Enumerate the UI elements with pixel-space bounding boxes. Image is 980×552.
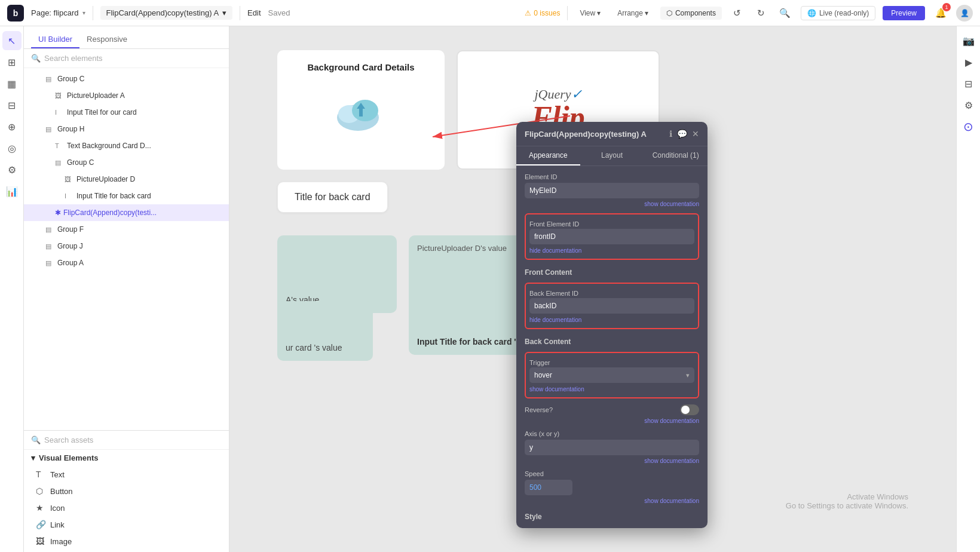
tab-conditional[interactable]: Conditional (1) xyxy=(644,146,708,165)
redo-button[interactable]: ↻ xyxy=(753,5,770,22)
visual-elements-header[interactable]: ▾ Visual Elements xyxy=(31,453,222,462)
list-item[interactable]: ▤ Group C xyxy=(24,154,229,171)
view-button[interactable]: View ▾ xyxy=(575,7,605,20)
speed-doc-link[interactable]: show documentation xyxy=(525,498,699,504)
element-id-doc-link[interactable]: show documentation xyxy=(525,201,699,207)
list-item[interactable]: T Text Background Card D... xyxy=(24,137,229,154)
modal-comment-icon[interactable]: 💬 xyxy=(677,129,687,139)
arrange-chevron-icon: ▾ xyxy=(645,9,648,17)
page-selector[interactable]: Page: flipcard ▾ xyxy=(31,8,85,17)
rail-gear-icon[interactable]: ⚙ xyxy=(959,96,978,115)
preview-button[interactable]: Preview xyxy=(883,6,925,20)
globe-icon: 🌐 xyxy=(807,9,816,17)
notification-button[interactable]: 🔔 1 xyxy=(932,5,949,22)
tab-responsive[interactable]: Responsive xyxy=(79,31,134,48)
search-elements-input[interactable] xyxy=(44,54,222,63)
back-element-id-input[interactable] xyxy=(529,298,694,314)
flipcard-chevron-icon: ▾ xyxy=(222,8,226,17)
tree-item-label: PictureUploader A xyxy=(67,91,125,100)
live-button[interactable]: 🌐 Live (read-only) xyxy=(801,6,875,20)
axis-input[interactable] xyxy=(525,440,699,455)
rail-chart-icon[interactable]: 📊 xyxy=(2,182,22,201)
trigger-select[interactable]: hover click xyxy=(529,367,694,383)
bg-card-title: Background Card Details xyxy=(289,62,433,72)
back-element-doc-link[interactable]: hide documentation xyxy=(529,317,581,323)
components-button[interactable]: ⬡ Components xyxy=(660,7,722,20)
left-icon-rail: ↖ ⊞ ▦ ⊟ ⊕ ◎ ⚙ 📊 xyxy=(0,26,24,552)
title-back-card-text: Title for back card xyxy=(295,192,370,202)
front-element-id-input[interactable] xyxy=(529,229,694,244)
tree-item-label: Group F xyxy=(57,225,84,234)
backcard-value-text: ur card 's value xyxy=(286,343,342,352)
search-button[interactable]: 🔍 xyxy=(777,5,794,22)
arrange-button[interactable]: Arrange ▾ xyxy=(612,7,653,20)
tab-appearance[interactable]: Appearance xyxy=(516,146,580,165)
tree-item-label: Text Background Card D... xyxy=(67,142,151,150)
warning-icon: ⚠ xyxy=(525,9,531,17)
ve-item-link[interactable]: 🔗 Link xyxy=(31,517,222,532)
list-item[interactable]: I Input Titel for our card xyxy=(24,104,229,121)
rail-camera-icon[interactable]: 📷 xyxy=(959,31,978,50)
ve-item-button[interactable]: ⬡ Button xyxy=(31,484,222,498)
rail-db-icon[interactable]: ⊕ xyxy=(2,117,22,136)
list-item[interactable]: ▤ Group A xyxy=(24,254,229,271)
visual-elements-section: ▾ Visual Elements T Text ⬡ Button ★ Icon xyxy=(24,450,229,552)
ve-item-label: Link xyxy=(50,520,65,529)
assets-section: 🔍 ▾ Visual Elements T Text ⬡ Button xyxy=(24,430,229,552)
issues-indicator[interactable]: ⚠ 0 issues xyxy=(525,9,560,17)
list-item[interactable]: I Input Title for back card xyxy=(24,188,229,204)
trigger-doc-link[interactable]: show documentation xyxy=(529,386,584,392)
link-type-icon: 🔗 xyxy=(36,520,45,529)
image-type-icon: 🖼 xyxy=(36,536,45,546)
ve-item-label: Icon xyxy=(50,504,65,513)
reverse-doc-link[interactable]: show documentation xyxy=(525,418,699,424)
rail-settings-icon[interactable]: ⚙ xyxy=(2,160,22,179)
reverse-toggle[interactable] xyxy=(680,404,699,415)
tab-ui-builder[interactable]: UI Builder xyxy=(31,31,79,48)
rail-layers-icon[interactable]: ⊞ xyxy=(2,53,22,72)
input-icon: I xyxy=(65,192,74,200)
rail-layout-icon[interactable]: ▦ xyxy=(2,74,22,93)
rail-video-icon[interactable]: ▶ xyxy=(959,53,978,72)
trigger-field: Trigger hover click show documentation xyxy=(525,352,699,398)
style-label: Style xyxy=(525,510,699,521)
topbar: b Page: flipcard ▾ FlipCard(Append)copy(… xyxy=(0,0,980,26)
button-type-icon: ⬡ xyxy=(36,486,45,496)
flipcard-selector[interactable]: FlipCard(Append)copy(testing) A ▾ xyxy=(100,6,233,20)
tree-item-label: PictureUploader D xyxy=(76,175,135,183)
search-assets-input[interactable] xyxy=(44,436,222,444)
rail-grid-icon[interactable]: ⊟ xyxy=(2,96,22,115)
axis-doc-link[interactable]: show documentation xyxy=(525,458,699,464)
list-item-active[interactable]: ✱ FlipCard(Append)copy(testi... xyxy=(24,204,229,221)
ve-item-text[interactable]: T Text xyxy=(31,467,222,482)
element-id-input[interactable] xyxy=(525,183,699,198)
rail-layers-right-icon[interactable]: ⊟ xyxy=(959,74,978,93)
list-item[interactable]: ▤ Group F xyxy=(24,221,229,238)
rail-cursor-icon[interactable]: ↖ xyxy=(2,31,22,50)
modal-info-icon[interactable]: ℹ xyxy=(669,129,672,139)
list-item[interactable]: ▤ Group H xyxy=(24,121,229,137)
rail-dot-icon[interactable]: ⊙ xyxy=(959,117,978,136)
tree-item-label: Group H xyxy=(57,125,84,133)
user-avatar[interactable]: 👤 xyxy=(956,5,973,22)
back-content-label: Back Content xyxy=(525,335,699,346)
list-item[interactable]: ▤ Group C xyxy=(24,70,229,87)
background-card-details: Background Card Details xyxy=(277,50,445,170)
modal-close-icon[interactable]: ✕ xyxy=(692,129,699,139)
group-icon: ▤ xyxy=(45,125,55,133)
ve-item-icon[interactable]: ★ Icon xyxy=(31,501,222,515)
element-tree: ▤ Group C 🖼 PictureUploader A I Input Ti… xyxy=(24,68,229,430)
modal-header-icons: ℹ 💬 ✕ xyxy=(669,129,699,139)
speed-input[interactable] xyxy=(525,480,572,495)
canvas-area: Background Card Details xyxy=(229,26,956,552)
list-item[interactable]: 🖼 PictureUploader D xyxy=(24,171,229,188)
list-item[interactable]: 🖼 PictureUploader A xyxy=(24,87,229,104)
list-item[interactable]: ▤ Group J xyxy=(24,238,229,254)
rail-plugin-icon[interactable]: ◎ xyxy=(2,139,22,158)
undo-button[interactable]: ↺ xyxy=(729,5,746,22)
ve-item-image[interactable]: 🖼 Image xyxy=(31,534,222,548)
front-element-doc-link[interactable]: hide documentation xyxy=(529,247,581,254)
page-chevron-icon: ▾ xyxy=(82,10,85,16)
search-assets-bar: 🔍 xyxy=(24,431,229,450)
tab-layout[interactable]: Layout xyxy=(580,146,644,165)
